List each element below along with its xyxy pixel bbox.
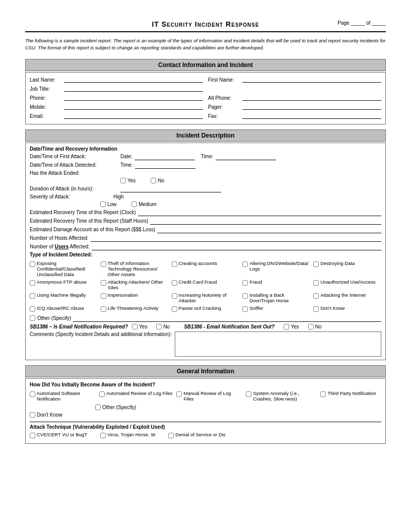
incident-checkbox-9[interactable]: [313, 280, 319, 286]
general-section: How Did You Initially Become Aware of th…: [25, 378, 386, 444]
job-title-field[interactable]: [64, 85, 203, 92]
mobile-field[interactable]: [64, 103, 203, 110]
incident-checkbox-1[interactable]: [101, 261, 106, 267]
type-label: Type of Incident Detected:: [30, 252, 381, 257]
pager-row: Pager:: [208, 103, 381, 110]
awareness-checkbox-1[interactable]: [99, 391, 105, 397]
incident-type-7: Credit Card Fraud: [172, 279, 240, 290]
intro-text: The following is a sample incident repor…: [25, 37, 386, 52]
other-checkbox[interactable]: [30, 315, 35, 321]
mobile-row: Mobile:: [30, 103, 203, 110]
incident-checkbox-8[interactable]: [242, 280, 248, 286]
last-name-field[interactable]: [64, 76, 203, 83]
job-title-label: Job Title:: [30, 86, 60, 92]
incident-checkbox-17[interactable]: [172, 306, 177, 312]
attack-checkbox-1[interactable]: [100, 433, 106, 438]
contact-row-4: Mobile: Pager:: [30, 103, 381, 112]
incident-checkbox-15[interactable]: [30, 306, 35, 312]
incident-checkbox-5[interactable]: [30, 280, 35, 286]
awareness-other-item: Other (Specify): [95, 405, 136, 410]
incident-checkbox-13[interactable]: [242, 293, 248, 299]
first-name-field[interactable]: [242, 76, 381, 83]
recovery-staff-field[interactable]: [150, 218, 381, 225]
incident-type-18: Sniffer: [242, 305, 310, 312]
incident-type-0: Exposing Confidential/Classified/ Unclas…: [30, 260, 98, 277]
users-row: Number of Users Affected:: [30, 243, 381, 250]
incident-checkbox-0[interactable]: [30, 261, 35, 267]
awareness-checkbox-3[interactable]: [246, 391, 251, 397]
low-checkbox[interactable]: [100, 202, 106, 207]
incident-checkbox-18[interactable]: [242, 306, 248, 312]
comments-section: Comments (Specify Incident Details and a…: [30, 331, 381, 357]
sb1386-sent-yes-checkbox[interactable]: [284, 324, 289, 329]
page-number: Page _____ of _____: [337, 20, 386, 26]
attack-detected-time-field[interactable]: [135, 162, 195, 169]
job-title-col: Job Title:: [30, 85, 203, 94]
attack-item-1: Virus, Trojan Horse, W: [100, 432, 155, 438]
medium-checkbox[interactable]: [131, 202, 137, 207]
incident-checkbox-7[interactable]: [172, 280, 177, 286]
incident-checkbox-16[interactable]: [101, 306, 106, 312]
first-attack-time-field[interactable]: [216, 153, 276, 160]
incident-checkbox-2[interactable]: [172, 261, 177, 267]
duration-field[interactable]: [120, 185, 221, 192]
awareness-item-1: Automated Review of Log Files: [99, 390, 172, 402]
attack-ended-label: Has the Attack Ended:: [30, 170, 120, 176]
dont-know-item: Don't Know: [30, 412, 381, 418]
damage-field[interactable]: [157, 226, 381, 233]
awareness-other-checkbox[interactable]: [95, 405, 101, 410]
incident-checkbox-19[interactable]: [313, 306, 319, 312]
incident-checkbox-4[interactable]: [313, 261, 319, 267]
email-field[interactable]: [64, 112, 203, 119]
severity-checkboxes: Low Medium: [100, 202, 381, 207]
incident-type-6: Attacking Attackers/ Other Sites: [101, 279, 169, 290]
damage-label: Estimated Damage Account as of this Repo…: [30, 227, 155, 232]
phone-field[interactable]: [64, 94, 203, 101]
dont-know-checkbox[interactable]: [30, 412, 35, 418]
incident-checkbox-6[interactable]: [101, 280, 106, 286]
attack-ended-checkboxes: Yes No: [120, 178, 381, 183]
other-specify-row: Other (Specify): [30, 405, 381, 410]
sb1386-sent-no-label: No: [315, 324, 322, 329]
phone-row: Phone:: [30, 94, 203, 101]
fax-col: Fax:: [208, 112, 381, 121]
awareness-checkbox-0[interactable]: [30, 391, 35, 397]
page-title: IT Security Incident Response: [25, 20, 386, 28]
attack-item-0: CVE/CERT VU or BugT: [30, 432, 87, 438]
awareness-checkbox-2[interactable]: [176, 391, 182, 397]
no-checkbox[interactable]: [151, 178, 156, 183]
hosts-field[interactable]: [91, 235, 381, 242]
spacer-col: [208, 85, 381, 94]
incident-type-1: Theft of Information Technology Resource…: [101, 260, 169, 277]
incident-checkbox-14[interactable]: [313, 293, 319, 299]
first-attack-date-field[interactable]: [134, 153, 195, 160]
recovery-clock-field[interactable]: [138, 209, 381, 216]
incident-checkbox-10[interactable]: [30, 293, 35, 299]
sb1386-no-checkbox[interactable]: [156, 324, 162, 329]
incident-checkbox-3[interactable]: [242, 261, 248, 267]
contact-section-header: Contact Information and Incident: [25, 59, 386, 71]
incident-checkbox-11[interactable]: [101, 293, 106, 299]
yes-checkbox[interactable]: [120, 178, 126, 183]
attack-item-2: Denial of Service or Dis: [168, 432, 225, 438]
contact-row-5: Email: Fax:: [30, 112, 381, 121]
pager-field[interactable]: [242, 103, 381, 110]
first-attack-date: Date: Time:: [120, 153, 276, 160]
no-checkbox-item: No: [151, 178, 164, 183]
sb1386-sent-no-checkbox[interactable]: [308, 324, 314, 329]
fax-field[interactable]: [242, 112, 381, 119]
recovery-clock-label: Estimated Recovery Time of this Report (…: [30, 210, 136, 215]
awareness-checkbox-4[interactable]: [320, 391, 326, 397]
awareness-item-0: Automated Software Notification: [30, 390, 95, 402]
other-field[interactable]: [73, 315, 381, 322]
incident-type-4: Destroying Data: [313, 260, 381, 277]
comments-box[interactable]: [175, 331, 381, 357]
attack-checkbox-2[interactable]: [168, 433, 174, 438]
incident-checkbox-12[interactable]: [172, 293, 177, 299]
sb1386-yes-checkbox[interactable]: [132, 324, 138, 329]
users-field[interactable]: [92, 243, 381, 250]
incident-type-8: Fraud: [242, 279, 310, 290]
contact-row-1: Last Name: First Name:: [30, 76, 381, 85]
alt-phone-field[interactable]: [242, 94, 381, 101]
attack-checkbox-0[interactable]: [30, 433, 35, 438]
